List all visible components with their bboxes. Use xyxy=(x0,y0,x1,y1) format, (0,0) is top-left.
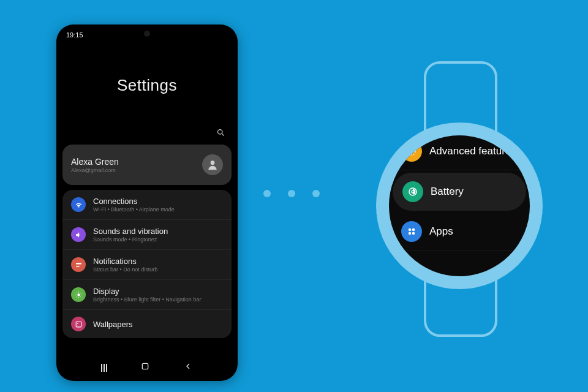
nav-home-button[interactable] xyxy=(140,361,150,374)
search-icon[interactable] xyxy=(216,128,225,140)
svg-point-12 xyxy=(409,232,412,235)
settings-group: Connections Wi-Fi • Bluetooth • Airplane… xyxy=(62,190,232,338)
gear-plus-icon xyxy=(401,141,422,162)
svg-point-3 xyxy=(77,293,80,296)
settings-item-label: Wallpapers xyxy=(93,320,223,329)
account-name: Alexa Green xyxy=(71,157,195,167)
watch-item-label: Apps xyxy=(429,225,453,238)
svg-point-11 xyxy=(412,228,415,232)
svg-point-0 xyxy=(218,130,223,135)
watch-item-battery[interactable]: Battery xyxy=(393,173,526,211)
nav-recents-button[interactable] xyxy=(101,364,107,372)
connection-dots xyxy=(263,190,320,197)
watch-item-advanced-features[interactable]: Advanced features xyxy=(389,135,530,170)
watch-settings-list: Advanced features Battery Apps xyxy=(389,135,530,251)
settings-item-label: Connections xyxy=(93,197,223,206)
settings-item-wallpapers[interactable]: Wallpapers xyxy=(62,309,232,338)
svg-point-9 xyxy=(412,190,414,193)
settings-item-display[interactable]: Display Brightness • Blure light filter … xyxy=(62,279,232,309)
settings-item-subtitle: Sounds mode • Ringtonez xyxy=(93,236,223,243)
avatar xyxy=(202,154,223,175)
watch-item-label: Advanced features xyxy=(429,145,516,157)
watch-bezel: Advanced features Battery Apps xyxy=(376,123,543,289)
nav-back-button[interactable] xyxy=(183,361,193,374)
account-email: Alexa@gmail.com xyxy=(71,167,195,173)
notification-icon xyxy=(71,257,86,272)
sound-icon xyxy=(71,227,86,242)
svg-point-10 xyxy=(409,228,412,232)
watch-item-apps[interactable]: Apps xyxy=(389,213,530,251)
svg-point-7 xyxy=(408,148,415,155)
settings-item-subtitle: Brightness • Blure light filter • Naviga… xyxy=(93,296,223,303)
account-card[interactable]: Alexa Green Alexa@gmail.com xyxy=(62,145,232,185)
settings-item-connections[interactable]: Connections Wi-Fi • Bluetooth • Airplane… xyxy=(62,190,232,219)
settings-list: Alexa Green Alexa@gmail.com Connections … xyxy=(56,140,238,355)
battery-icon xyxy=(402,181,423,202)
page-title: Settings xyxy=(56,76,238,95)
navigation-bar xyxy=(56,358,238,377)
settings-item-label: Sounds and vibration xyxy=(93,227,223,236)
svg-rect-4 xyxy=(76,322,81,327)
wifi-icon xyxy=(71,197,86,212)
phone-frame: 19:15 Settings Alexa Green Alexa@gmail.c… xyxy=(56,24,238,381)
display-icon xyxy=(71,287,86,302)
status-time: 19:15 xyxy=(66,31,83,39)
settings-item-sounds[interactable]: Sounds and vibration Sounds mode • Ringt… xyxy=(62,219,232,249)
settings-item-subtitle: Status bar • Do not disturb xyxy=(93,266,223,273)
settings-item-subtitle: Wi-Fi • Bluetooth • Airplane mode xyxy=(93,206,223,213)
settings-item-notifications[interactable]: Notifications Status bar • Do not distur… xyxy=(62,249,232,279)
wallpaper-icon xyxy=(71,317,86,331)
watch-face: Advanced features Battery Apps xyxy=(389,135,530,276)
svg-point-13 xyxy=(412,232,415,235)
svg-point-2 xyxy=(211,160,215,165)
svg-line-1 xyxy=(222,134,224,135)
apps-icon xyxy=(401,221,422,242)
svg-rect-6 xyxy=(142,363,148,369)
settings-item-label: Notifications xyxy=(93,257,223,266)
camera-notch xyxy=(144,31,150,37)
watch-item-label: Battery xyxy=(431,186,464,198)
svg-point-5 xyxy=(77,323,78,324)
settings-item-label: Display xyxy=(93,287,223,296)
